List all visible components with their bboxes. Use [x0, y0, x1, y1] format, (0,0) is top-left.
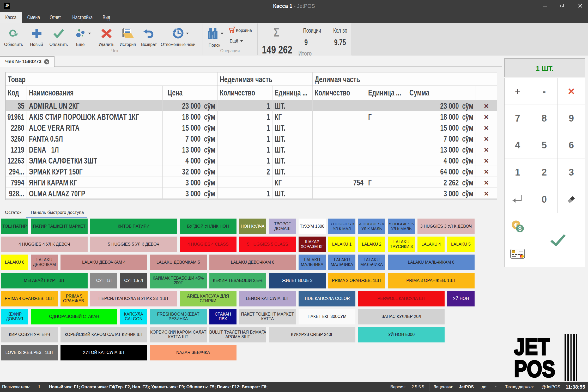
- svg-text:$: $: [518, 225, 522, 232]
